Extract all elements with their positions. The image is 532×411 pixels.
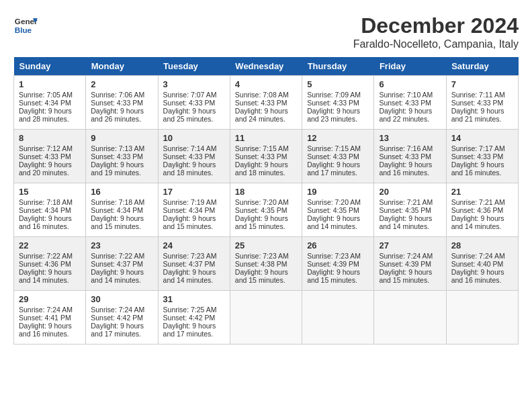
- day-number: 30: [91, 294, 152, 304]
- day-info-line: Sunrise: 7:23 AM: [163, 252, 225, 260]
- calendar-body: 1Sunrise: 7:05 AMSunset: 4:34 PMDaylight…: [14, 76, 519, 345]
- day-info-line: Sunrise: 7:24 AM: [379, 252, 441, 260]
- title-area: December 2024 Faraldo-Nocelleto, Campani…: [353, 13, 519, 50]
- day-info-line: and 14 minutes.: [163, 276, 225, 284]
- day-header-saturday: Saturday: [446, 57, 518, 76]
- calendar-cell: 27Sunrise: 7:24 AMSunset: 4:39 PMDayligh…: [374, 237, 446, 291]
- day-number: 6: [379, 79, 441, 89]
- day-info-line: Sunset: 4:33 PM: [235, 99, 297, 107]
- day-number: 29: [19, 294, 81, 304]
- day-number: 2: [91, 79, 152, 89]
- day-info-line: Daylight: 9 hours: [91, 107, 152, 115]
- day-number: 11: [235, 133, 297, 143]
- day-info-line: and 28 minutes.: [19, 115, 81, 123]
- calendar-week-row: 22Sunrise: 7:22 AMSunset: 4:36 PMDayligh…: [14, 237, 519, 291]
- day-info-line: Sunset: 4:39 PM: [379, 260, 441, 268]
- day-number: 7: [451, 79, 513, 89]
- calendar-cell: 3Sunrise: 7:07 AMSunset: 4:33 PMDaylight…: [158, 76, 230, 130]
- day-info-line: Sunset: 4:33 PM: [451, 152, 513, 161]
- day-info-line: Sunset: 4:33 PM: [451, 99, 513, 107]
- day-info-line: Sunset: 4:41 PM: [19, 314, 81, 322]
- day-number: 28: [451, 240, 513, 250]
- calendar-cell: 15Sunrise: 7:18 AMSunset: 4:34 PMDayligh…: [14, 183, 86, 237]
- day-info-line: Sunrise: 7:05 AM: [19, 91, 81, 99]
- day-info-line: Sunrise: 7:24 AM: [19, 306, 81, 314]
- calendar-week-row: 29Sunrise: 7:24 AMSunset: 4:41 PMDayligh…: [14, 291, 519, 345]
- day-info-line: Daylight: 9 hours: [163, 214, 225, 222]
- day-info-line: Sunrise: 7:12 AM: [19, 144, 81, 152]
- day-info-line: Daylight: 9 hours: [19, 268, 81, 276]
- day-info-line: Sunrise: 7:25 AM: [163, 306, 225, 314]
- day-info-line: and 16 minutes.: [19, 222, 81, 230]
- day-info-line: Sunrise: 7:22 AM: [19, 252, 81, 260]
- calendar-cell: 18Sunrise: 7:20 AMSunset: 4:35 PMDayligh…: [230, 183, 302, 237]
- day-info-line: Daylight: 9 hours: [235, 214, 297, 222]
- day-info-line: Sunrise: 7:07 AM: [163, 91, 225, 99]
- day-info-line: Sunset: 4:39 PM: [307, 260, 369, 268]
- day-info-line: Daylight: 9 hours: [163, 268, 225, 276]
- day-info-line: Sunset: 4:34 PM: [19, 99, 81, 107]
- day-info-line: Sunset: 4:37 PM: [91, 260, 152, 268]
- day-info-line: Daylight: 9 hours: [379, 161, 441, 169]
- day-info-line: and 17 minutes.: [307, 169, 369, 177]
- day-info-line: Daylight: 9 hours: [91, 322, 152, 330]
- day-info-line: Sunrise: 7:24 AM: [451, 252, 513, 260]
- day-info-line: Daylight: 9 hours: [451, 268, 513, 276]
- day-info-line: and 15 minutes.: [235, 222, 297, 230]
- calendar-week-row: 15Sunrise: 7:18 AMSunset: 4:34 PMDayligh…: [14, 183, 519, 237]
- day-info-line: Daylight: 9 hours: [91, 214, 152, 222]
- calendar-cell: 12Sunrise: 7:15 AMSunset: 4:33 PMDayligh…: [302, 130, 374, 183]
- day-info-line: Sunset: 4:34 PM: [163, 206, 225, 214]
- calendar-cell: 28Sunrise: 7:24 AMSunset: 4:40 PMDayligh…: [446, 237, 518, 291]
- day-info-line: and 14 minutes.: [451, 222, 513, 230]
- calendar-week-row: 1Sunrise: 7:05 AMSunset: 4:34 PMDaylight…: [14, 76, 519, 130]
- day-info-line: Daylight: 9 hours: [19, 322, 81, 330]
- day-number: 22: [19, 240, 81, 250]
- day-header-thursday: Thursday: [302, 57, 374, 76]
- day-number: 19: [307, 187, 369, 197]
- svg-text:Blue: Blue: [15, 26, 32, 34]
- day-info-line: Sunset: 4:35 PM: [307, 206, 369, 214]
- day-info-line: Daylight: 9 hours: [307, 107, 369, 115]
- day-info-line: Sunrise: 7:21 AM: [379, 198, 441, 206]
- day-info-line: and 24 minutes.: [235, 115, 297, 123]
- day-info-line: and 15 minutes.: [307, 276, 369, 284]
- day-info-line: Sunrise: 7:21 AM: [451, 198, 513, 206]
- calendar-cell: 7Sunrise: 7:11 AMSunset: 4:33 PMDaylight…: [446, 76, 518, 130]
- day-info-line: and 14 minutes.: [19, 276, 81, 284]
- day-header-friday: Friday: [374, 57, 446, 76]
- day-info-line: Sunrise: 7:17 AM: [451, 144, 513, 152]
- day-number: 3: [163, 79, 225, 89]
- header: General Blue December 2024 Faraldo-Nocel…: [13, 13, 519, 50]
- day-header-monday: Monday: [86, 57, 158, 76]
- day-number: 20: [379, 187, 441, 197]
- day-number: 16: [91, 187, 152, 197]
- calendar-cell: 2Sunrise: 7:06 AMSunset: 4:33 PMDaylight…: [86, 76, 158, 130]
- day-number: 15: [19, 187, 81, 197]
- day-info-line: Sunset: 4:35 PM: [235, 206, 297, 214]
- day-number: 27: [379, 240, 441, 250]
- day-info-line: Daylight: 9 hours: [379, 214, 441, 222]
- logo: General Blue: [13, 13, 38, 38]
- day-info-line: Daylight: 9 hours: [19, 214, 81, 222]
- day-info-line: Sunset: 4:42 PM: [163, 314, 225, 322]
- day-info-line: and 16 minutes.: [19, 330, 81, 338]
- day-number: 9: [91, 133, 152, 143]
- day-info-line: Sunset: 4:33 PM: [163, 152, 225, 161]
- calendar-table: SundayMondayTuesdayWednesdayThursdayFrid…: [13, 57, 519, 345]
- day-info-line: Daylight: 9 hours: [91, 161, 152, 169]
- calendar-cell: [302, 291, 374, 345]
- day-number: 21: [451, 187, 513, 197]
- day-info-line: and 15 minutes.: [163, 222, 225, 230]
- day-info-line: Daylight: 9 hours: [307, 214, 369, 222]
- day-info-line: Daylight: 9 hours: [451, 214, 513, 222]
- day-info-line: Daylight: 9 hours: [235, 107, 297, 115]
- svg-text:General: General: [15, 17, 38, 26]
- day-number: 18: [235, 187, 297, 197]
- day-info-line: Sunset: 4:33 PM: [91, 152, 152, 161]
- day-info-line: Sunset: 4:33 PM: [91, 99, 152, 107]
- calendar-cell: 1Sunrise: 7:05 AMSunset: 4:34 PMDaylight…: [14, 76, 86, 130]
- day-info-line: Sunset: 4:38 PM: [235, 260, 297, 268]
- day-info-line: Daylight: 9 hours: [19, 161, 81, 169]
- day-info-line: Daylight: 9 hours: [163, 161, 225, 169]
